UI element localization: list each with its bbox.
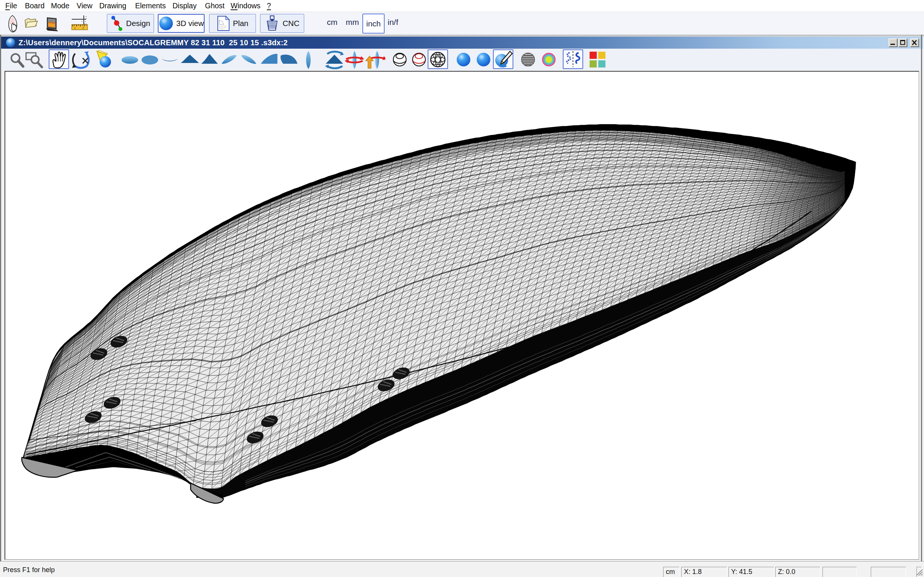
svg-text:1: 1 bbox=[74, 26, 76, 30]
svg-text:2: 2 bbox=[82, 26, 84, 30]
